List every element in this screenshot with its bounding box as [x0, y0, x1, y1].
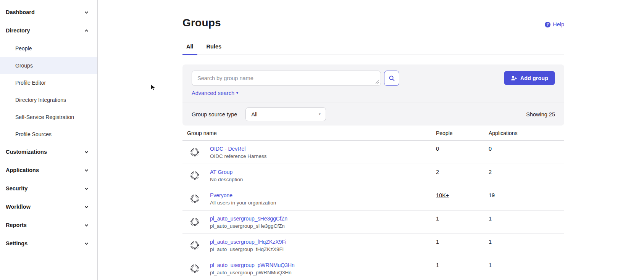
group-name-cell: pl_auto_usergroup_sHe3ggCfZn pl_auto_use… — [182, 211, 436, 233]
applications-count: 2 — [489, 164, 564, 187]
column-header-applications: Applications — [489, 130, 564, 136]
table-row: AT Group No description 2 2 — [182, 164, 564, 187]
sidebar-section-label: Reports — [6, 222, 27, 228]
sidebar-item-label: Groups — [15, 63, 33, 69]
sidebar-section-reports[interactable]: Reports — [0, 216, 97, 234]
sidebar-section-dashboard[interactable]: Dashboard — [0, 3, 97, 21]
sidebar-section-label: Security — [6, 185, 27, 191]
sidebar-item-profile-sources[interactable]: Profile Sources — [0, 126, 97, 143]
advanced-search-label: Advanced search — [192, 90, 234, 96]
table-body: OIDC - DevRel OIDC reference Harness 0 0… — [182, 141, 564, 280]
table-row: pl_auto_usergroup_fHqZKzX9Fi pl_auto_use… — [182, 234, 564, 257]
group-avatar-icon — [190, 171, 200, 180]
group-avatar-icon — [190, 217, 200, 227]
sidebar-item-profile-editor[interactable]: Profile Editor — [0, 74, 97, 91]
column-header-people: People — [436, 130, 489, 136]
sidebar-section-label: Customizations — [6, 149, 47, 155]
help-link[interactable]: ? Help — [545, 21, 564, 27]
page-title: Groups — [182, 17, 564, 29]
group-name-link[interactable]: AT Group — [210, 169, 243, 175]
caret-down-icon: ▾ — [236, 91, 238, 95]
table-header-row: Group namePeopleApplications — [182, 126, 564, 141]
sidebar-section-applications[interactable]: Applications — [0, 161, 97, 179]
group-name-cell: pl_auto_usergroup_fHqZKzX9Fi pl_auto_use… — [182, 234, 436, 257]
group-description: No description — [210, 177, 243, 182]
group-name-link[interactable]: pl_auto_usergroup_sHe3ggCfZn — [210, 216, 287, 222]
sidebar-item-people[interactable]: People — [0, 40, 97, 57]
chevron-down-icon — [84, 150, 89, 154]
people-count: 10K+ — [436, 187, 489, 210]
tab-label: All — [186, 43, 194, 50]
group-name-link[interactable]: pl_auto_usergroup_fHqZKzX9Fi — [210, 239, 286, 245]
main-content: Groups ? Help All Rules — [98, 0, 644, 280]
tab-label: Rules — [207, 43, 222, 50]
group-avatar-icon — [190, 147, 200, 157]
group-avatar-icon — [190, 240, 200, 250]
sidebar: Dashboard Directory People Groups Profil… — [0, 0, 98, 280]
sidebar-section-label: Settings — [6, 240, 27, 246]
sidebar-item-label: Directory Integrations — [15, 97, 66, 103]
table-row: OIDC - DevRel OIDC reference Harness 0 0 — [182, 141, 564, 164]
chevron-down-icon — [84, 10, 89, 15]
group-description: pl_auto_usergroup_fHqZKzX9Fi — [210, 246, 286, 252]
people-count: 1 — [436, 257, 489, 280]
people-count-link[interactable]: 10K+ — [436, 192, 449, 198]
sidebar-section-workflow[interactable]: Workflow — [0, 198, 97, 216]
tab-all[interactable]: All — [182, 43, 197, 55]
group-name-cell: Everyone All users in your organization — [182, 187, 436, 210]
sidebar-item-self-service-registration[interactable]: Self-Service Registration — [0, 108, 97, 126]
add-group-button[interactable]: Add group — [504, 71, 555, 85]
group-name-link[interactable]: pl_auto_usergroup_pWRNMuQ3Hn — [210, 262, 295, 268]
tab-rules[interactable]: Rules — [203, 43, 226, 55]
group-name-cell: AT Group No description — [182, 164, 436, 187]
table-row: Everyone All users in your organization … — [182, 187, 564, 211]
table-row: pl_auto_usergroup_sHe3ggCfZn pl_auto_use… — [182, 211, 564, 234]
applications-count: 1 — [489, 234, 564, 257]
sidebar-item-label: People — [15, 45, 32, 51]
chevron-down-icon — [84, 186, 89, 191]
chevron-down-icon — [84, 204, 89, 209]
group-description: pl_auto_usergroup_pWRNMuQ3Hn — [210, 270, 295, 275]
sidebar-section-directory[interactable]: Directory — [0, 21, 97, 40]
sidebar-section-customizations[interactable]: Customizations — [0, 143, 97, 161]
people-count: 0 — [436, 141, 489, 164]
sidebar-section-label: Directory — [6, 27, 30, 34]
groups-table: Group namePeopleApplications OIDC - DevR… — [182, 126, 564, 280]
resize-handle-icon[interactable] — [375, 80, 379, 84]
group-avatar-icon — [190, 264, 200, 274]
group-source-type-value: All — [251, 111, 257, 117]
help-question-icon: ? — [545, 22, 550, 27]
sidebar-item-label: Profile Editor — [15, 80, 46, 86]
group-name-link[interactable]: OIDC - DevRel — [210, 146, 267, 152]
sidebar-item-directory-integrations[interactable]: Directory Integrations — [0, 91, 97, 108]
group-description: OIDC reference Harness — [210, 153, 267, 159]
sidebar-section-settings[interactable]: Settings — [0, 234, 97, 253]
search-filter-card: Advanced search ▾ Add group — [182, 64, 564, 126]
advanced-search-link[interactable]: Advanced search ▾ — [192, 90, 238, 96]
people-count: 1 — [436, 211, 489, 233]
group-description: All users in your organization — [210, 200, 276, 206]
applications-count: 1 — [489, 257, 564, 280]
sidebar-section-security[interactable]: Security — [0, 179, 97, 198]
people-count: 1 — [436, 234, 489, 257]
group-name-link[interactable]: Everyone — [210, 192, 276, 198]
group-search-input[interactable] — [192, 71, 381, 86]
applications-count: 0 — [489, 141, 564, 164]
sidebar-nav: Dashboard Directory People Groups Profil… — [0, 3, 97, 253]
applications-count: 19 — [489, 187, 564, 210]
search-button[interactable] — [384, 71, 399, 86]
applications-count: 1 — [489, 211, 564, 233]
table-row: pl_auto_usergroup_pWRNMuQ3Hn pl_auto_use… — [182, 257, 564, 280]
group-source-type-label: Group source type — [192, 111, 237, 117]
sidebar-section-label: Applications — [6, 167, 39, 173]
sidebar-item-label: Profile Sources — [15, 131, 52, 137]
sidebar-item-label: Self-Service Registration — [15, 114, 74, 120]
select-caret-icon: ▼ — [318, 113, 321, 116]
people-count: 2 — [436, 164, 489, 187]
group-name-cell: pl_auto_usergroup_pWRNMuQ3Hn pl_auto_use… — [182, 257, 436, 280]
add-group-label: Add group — [520, 75, 548, 81]
sidebar-section-label: Dashboard — [6, 9, 35, 15]
chevron-up-icon — [84, 28, 89, 33]
group-source-type-select[interactable]: All ▼ — [245, 107, 326, 121]
sidebar-item-groups[interactable]: Groups — [0, 57, 97, 74]
